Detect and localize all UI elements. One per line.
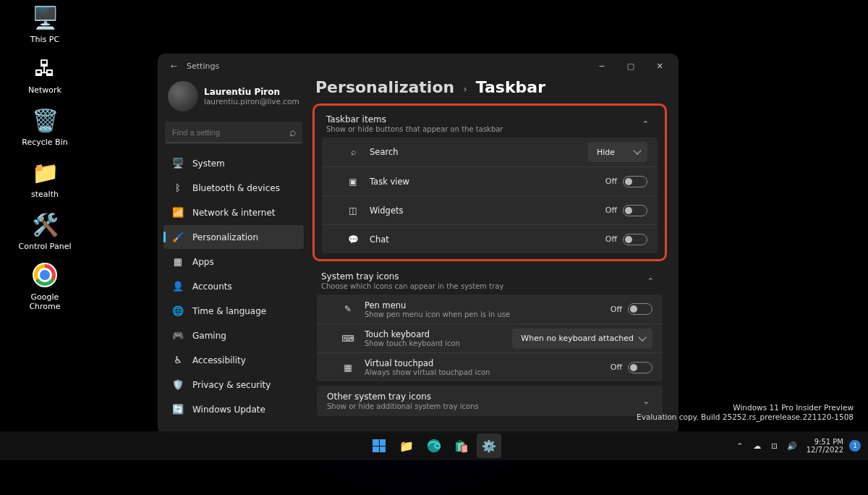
row-icon: ✎ — [341, 302, 354, 316]
nav-item[interactable]: 🔄Windows Update — [163, 397, 304, 421]
desktop-icon-label: Google Chrome — [16, 292, 74, 311]
setting-row: ▣Task viewOff — [322, 166, 658, 195]
taskbar: 📁 🛍️ ⚙️ ⌃ ☁ ⊡ 🔊 9:51 PM 12/7/2022 1 — [0, 431, 868, 460]
window-title: Settings — [187, 62, 219, 71]
dropdown[interactable]: When no keyboard attached — [512, 329, 652, 349]
nav-label: Bluetooth & devices — [192, 183, 280, 193]
toggle-switch[interactable] — [623, 234, 647, 245]
row-sub: Show touch keyboard icon — [365, 339, 460, 347]
nav-item[interactable]: ♿Accessibility — [163, 348, 304, 372]
profile-email: laurentiu.piron@live.com — [204, 97, 299, 106]
titlebar[interactable]: ← Settings ─ ▢ ✕ — [158, 54, 678, 78]
nav-label: Privacy & security — [192, 380, 271, 390]
nav-item[interactable]: 🎮Gaming — [163, 323, 304, 347]
desktop-icon-label: Control Panel — [16, 242, 74, 251]
profile-name: Laurentiu Piron — [204, 87, 299, 97]
nav-item[interactable]: 🖥️System — [163, 151, 304, 175]
breadcrumb: Personalization › Taskbar — [310, 78, 667, 103]
nav-icon: 🖌️ — [171, 230, 185, 245]
clock[interactable]: 9:51 PM 12/7/2022 — [807, 438, 843, 454]
desktop-icon-label: This PC — [16, 35, 74, 44]
desktop-icon-chrome[interactable]: Google Chrome — [16, 261, 74, 311]
nav-label: Accessibility — [192, 355, 246, 365]
taskbar-center: 📁 🛍️ ⚙️ — [367, 433, 501, 458]
row-title: Touch keyboard — [365, 329, 460, 339]
desktop-icon-recycle-bin[interactable]: 🗑️ Recycle Bin — [16, 106, 74, 147]
network-icon[interactable]: ⊡ — [767, 436, 782, 456]
onedrive-icon[interactable]: ☁ — [750, 436, 765, 456]
search-field[interactable]: ⌕ — [165, 122, 302, 143]
section-header[interactable]: Taskbar items Show or hide buttons that … — [318, 109, 662, 135]
nav-icon: ♿ — [171, 353, 185, 368]
search-input[interactable] — [171, 127, 289, 138]
back-button[interactable]: ← — [166, 59, 181, 73]
close-button[interactable]: ✕ — [645, 56, 674, 76]
maximize-button[interactable]: ▢ — [616, 56, 645, 76]
chevron-up-icon[interactable]: ⌃ — [647, 276, 664, 286]
nav: 🖥️SystemᛒBluetooth & devices📶Network & i… — [162, 151, 305, 434]
setting-row: 💬ChatOff — [322, 224, 658, 253]
desktop-icon-label: stealth — [16, 190, 74, 199]
content: Personalization › Taskbar Taskbar items … — [310, 78, 678, 434]
row-icon: ▣ — [346, 175, 359, 188]
nav-item[interactable]: 🛡️Privacy & security — [163, 373, 304, 397]
network-icon: 🖧 — [30, 54, 59, 82]
nav-icon: ▦ — [171, 255, 185, 269]
nav-icon: 🛡️ — [171, 378, 185, 392]
chrome-icon — [30, 261, 59, 289]
tray-overflow[interactable]: ⌃ — [733, 436, 747, 456]
system-tray: ⌃ ☁ ⊡ 🔊 9:51 PM 12/7/2022 1 — [733, 436, 861, 456]
nav-item[interactable]: 👤Accounts — [163, 274, 304, 298]
profile[interactable]: Laurentiu Piron laurentiu.piron@live.com — [162, 78, 305, 122]
toggle-switch[interactable] — [628, 303, 652, 315]
toggle-state: Off — [610, 305, 622, 314]
monitor-icon: 🖥️ — [30, 3, 59, 32]
toggle-state: Off — [605, 234, 617, 244]
nav-label: Gaming — [192, 331, 226, 341]
explorer-button[interactable]: 📁 — [394, 433, 419, 458]
desktop-icon-stealth[interactable]: 📁 stealth — [16, 158, 74, 199]
nav-icon: ᛒ — [171, 181, 185, 195]
toggle-switch[interactable] — [623, 205, 647, 216]
speaker-icon[interactable]: 🔊 — [785, 436, 799, 456]
store-button[interactable]: 🛍️ — [449, 433, 474, 458]
minimize-button[interactable]: ─ — [587, 56, 616, 76]
section-title: System tray icons — [321, 271, 503, 282]
nav-icon: 👤 — [171, 279, 185, 294]
nav-item[interactable]: 🌐Time & language — [163, 299, 304, 323]
row-sub: Always show virtual touchpad icon — [365, 368, 490, 376]
trash-icon: 🗑️ — [30, 106, 59, 135]
nav-label: Time & language — [192, 306, 266, 316]
start-button[interactable] — [367, 433, 391, 458]
desktop-icon-this-pc[interactable]: 🖥️ This PC — [16, 3, 74, 44]
nav-item[interactable]: ᛒBluetooth & devices — [163, 176, 304, 200]
nav-icon: 🎮 — [171, 329, 185, 343]
toggle-switch[interactable] — [623, 176, 647, 187]
nav-icon: 🖥️ — [171, 156, 185, 171]
breadcrumb-parent[interactable]: Personalization — [315, 78, 454, 96]
nav-item[interactable]: 🖌️Personalization — [163, 225, 304, 249]
row-title: Virtual touchpad — [365, 358, 490, 368]
row-icon: ⌕ — [346, 145, 359, 158]
edge-button[interactable] — [422, 433, 446, 458]
row-title: Chat — [370, 234, 389, 245]
nav-item[interactable]: 📶Network & internet — [163, 200, 304, 224]
notification-badge[interactable]: 1 — [849, 440, 861, 452]
toggle-switch[interactable] — [628, 362, 652, 373]
desktop-icon-network[interactable]: 🖧 Network — [16, 54, 74, 95]
settings-button[interactable]: ⚙️ — [477, 433, 501, 458]
row-title: Widgets — [370, 206, 404, 216]
other-systray-header[interactable]: Other system tray icons Show or hide add… — [317, 386, 663, 416]
row-title: Pen menu — [365, 300, 510, 310]
nav-label: Apps — [192, 257, 214, 267]
row-icon: 💬 — [346, 233, 359, 246]
row-icon: ◫ — [346, 204, 359, 217]
chevron-up-icon[interactable]: ⌃ — [642, 119, 659, 129]
section-sub: Show or hide buttons that appear on the … — [326, 125, 503, 133]
nav-item[interactable]: ▦Apps — [163, 250, 304, 274]
nav-label: Accounts — [192, 282, 232, 292]
dropdown[interactable]: Hide — [588, 142, 647, 162]
desktop-icon-control-panel[interactable]: 🛠️ Control Panel — [16, 210, 74, 251]
section-header[interactable]: System tray icons Choose which icons can… — [310, 266, 667, 292]
clock-time: 9:51 PM — [807, 438, 843, 447]
